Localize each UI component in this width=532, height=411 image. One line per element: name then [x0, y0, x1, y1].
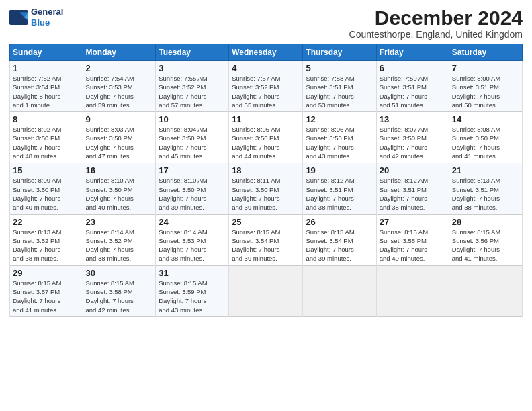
calendar-cell: [376, 265, 449, 316]
calendar-cell: 15Sunrise: 8:09 AM Sunset: 3:50 PM Dayli…: [10, 163, 83, 214]
day-number: 31: [159, 268, 226, 278]
calendar-cell: [229, 265, 303, 316]
calendar-cell: 23Sunrise: 8:14 AM Sunset: 3:52 PM Dayli…: [83, 214, 156, 265]
calendar-cell: 19Sunrise: 8:12 AM Sunset: 3:51 PM Dayli…: [303, 163, 376, 214]
day-number: 14: [452, 114, 519, 124]
day-info: Sunrise: 8:15 AM Sunset: 3:55 PM Dayligh…: [380, 228, 446, 263]
calendar-header-tuesday: Tuesday: [156, 44, 229, 61]
calendar-cell: 21Sunrise: 8:13 AM Sunset: 3:51 PM Dayli…: [449, 163, 522, 214]
day-info: Sunrise: 8:15 AM Sunset: 3:57 PM Dayligh…: [13, 279, 80, 314]
calendar-cell: 9Sunrise: 8:03 AM Sunset: 3:50 PM Daylig…: [83, 112, 156, 163]
calendar-cell: [449, 265, 522, 316]
logo-icon: [9, 10, 28, 25]
day-info: Sunrise: 8:13 AM Sunset: 3:52 PM Dayligh…: [13, 228, 80, 263]
calendar-week-row: 22Sunrise: 8:13 AM Sunset: 3:52 PM Dayli…: [10, 214, 523, 265]
day-number: 19: [306, 165, 373, 175]
day-number: 28: [452, 217, 519, 227]
calendar-cell: 25Sunrise: 8:15 AM Sunset: 3:54 PM Dayli…: [229, 214, 303, 265]
day-info: Sunrise: 8:15 AM Sunset: 3:59 PM Dayligh…: [159, 279, 226, 314]
day-number: 7: [452, 63, 519, 73]
page-container: General Blue December 2024 Countesthorpe…: [0, 0, 532, 321]
calendar-cell: 28Sunrise: 8:15 AM Sunset: 3:56 PM Dayli…: [449, 214, 522, 265]
calendar-week-row: 1Sunrise: 7:52 AM Sunset: 3:54 PM Daylig…: [10, 61, 523, 112]
calendar-cell: 14Sunrise: 8:08 AM Sunset: 3:50 PM Dayli…: [449, 112, 522, 163]
calendar-header-wednesday: Wednesday: [229, 44, 303, 61]
day-number: 24: [159, 217, 226, 227]
day-info: Sunrise: 7:57 AM Sunset: 3:52 PM Dayligh…: [232, 74, 300, 109]
calendar-cell: 6Sunrise: 7:59 AM Sunset: 3:51 PM Daylig…: [376, 61, 449, 112]
calendar-cell: 8Sunrise: 8:02 AM Sunset: 3:50 PM Daylig…: [10, 112, 83, 163]
calendar-table: SundayMondayTuesdayWednesdayThursdayFrid…: [9, 44, 523, 317]
day-number: 20: [380, 165, 446, 175]
logo-text: General Blue: [31, 7, 63, 28]
calendar-header-saturday: Saturday: [449, 44, 522, 61]
calendar-cell: 20Sunrise: 8:12 AM Sunset: 3:51 PM Dayli…: [376, 163, 449, 214]
day-info: Sunrise: 8:14 AM Sunset: 3:53 PM Dayligh…: [159, 228, 226, 263]
calendar-cell: 17Sunrise: 8:10 AM Sunset: 3:50 PM Dayli…: [156, 163, 229, 214]
day-info: Sunrise: 8:07 AM Sunset: 3:50 PM Dayligh…: [380, 125, 446, 161]
calendar-cell: 27Sunrise: 8:15 AM Sunset: 3:55 PM Dayli…: [376, 214, 449, 265]
calendar-cell: 13Sunrise: 8:07 AM Sunset: 3:50 PM Dayli…: [376, 112, 449, 163]
day-number: 26: [306, 217, 373, 227]
calendar-cell: 26Sunrise: 8:15 AM Sunset: 3:54 PM Dayli…: [303, 214, 376, 265]
calendar-cell: 5Sunrise: 7:58 AM Sunset: 3:51 PM Daylig…: [303, 61, 376, 112]
day-info: Sunrise: 8:10 AM Sunset: 3:50 PM Dayligh…: [86, 176, 153, 212]
svg-rect-3: [9, 10, 19, 25]
day-number: 12: [306, 114, 373, 124]
day-info: Sunrise: 7:52 AM Sunset: 3:54 PM Dayligh…: [13, 74, 80, 109]
calendar-cell: 10Sunrise: 8:04 AM Sunset: 3:50 PM Dayli…: [156, 112, 229, 163]
day-info: Sunrise: 8:05 AM Sunset: 3:50 PM Dayligh…: [232, 125, 300, 161]
logo: General Blue: [9, 7, 63, 28]
day-number: 15: [13, 165, 80, 175]
calendar-cell: 11Sunrise: 8:05 AM Sunset: 3:50 PM Dayli…: [229, 112, 303, 163]
day-number: 21: [452, 165, 519, 175]
day-number: 16: [86, 165, 153, 175]
calendar-week-row: 15Sunrise: 8:09 AM Sunset: 3:50 PM Dayli…: [10, 163, 523, 214]
day-info: Sunrise: 8:12 AM Sunset: 3:51 PM Dayligh…: [380, 176, 446, 212]
calendar-cell: 7Sunrise: 8:00 AM Sunset: 3:51 PM Daylig…: [449, 61, 522, 112]
day-number: 6: [380, 63, 446, 73]
day-info: Sunrise: 8:15 AM Sunset: 3:54 PM Dayligh…: [232, 228, 300, 263]
day-number: 11: [232, 114, 300, 124]
day-number: 4: [232, 63, 300, 73]
day-info: Sunrise: 8:11 AM Sunset: 3:50 PM Dayligh…: [232, 176, 300, 212]
calendar-header-thursday: Thursday: [303, 44, 376, 61]
day-number: 30: [86, 268, 153, 278]
day-info: Sunrise: 8:02 AM Sunset: 3:50 PM Dayligh…: [13, 125, 80, 161]
calendar-cell: 18Sunrise: 8:11 AM Sunset: 3:50 PM Dayli…: [229, 163, 303, 214]
day-number: 8: [13, 114, 80, 124]
calendar-cell: 12Sunrise: 8:06 AM Sunset: 3:50 PM Dayli…: [303, 112, 376, 163]
subtitle: Countesthorpe, England, United Kingdom: [349, 29, 523, 40]
calendar-week-row: 8Sunrise: 8:02 AM Sunset: 3:50 PM Daylig…: [10, 112, 523, 163]
calendar-header-monday: Monday: [83, 44, 156, 61]
day-number: 18: [232, 165, 300, 175]
day-info: Sunrise: 8:14 AM Sunset: 3:52 PM Dayligh…: [86, 228, 153, 263]
day-number: 3: [159, 63, 226, 73]
calendar-header-friday: Friday: [376, 44, 449, 61]
day-info: Sunrise: 7:54 AM Sunset: 3:53 PM Dayligh…: [86, 74, 153, 109]
calendar-week-row: 29Sunrise: 8:15 AM Sunset: 3:57 PM Dayli…: [10, 265, 523, 316]
day-number: 22: [13, 217, 80, 227]
day-number: 1: [13, 63, 80, 73]
day-info: Sunrise: 8:06 AM Sunset: 3:50 PM Dayligh…: [306, 125, 373, 161]
day-info: Sunrise: 8:00 AM Sunset: 3:51 PM Dayligh…: [452, 74, 519, 109]
calendar-cell: 1Sunrise: 7:52 AM Sunset: 3:54 PM Daylig…: [10, 61, 83, 112]
day-number: 2: [86, 63, 153, 73]
day-number: 10: [159, 114, 226, 124]
day-info: Sunrise: 8:13 AM Sunset: 3:51 PM Dayligh…: [452, 176, 519, 212]
calendar-cell: 30Sunrise: 8:15 AM Sunset: 3:58 PM Dayli…: [83, 265, 156, 316]
calendar-cell: [303, 265, 376, 316]
header-row: General Blue December 2024 Countesthorpe…: [9, 7, 523, 40]
day-info: Sunrise: 8:15 AM Sunset: 3:56 PM Dayligh…: [452, 228, 519, 263]
day-info: Sunrise: 7:59 AM Sunset: 3:51 PM Dayligh…: [380, 74, 446, 109]
day-info: Sunrise: 7:55 AM Sunset: 3:52 PM Dayligh…: [159, 74, 226, 109]
day-number: 23: [86, 217, 153, 227]
main-title: December 2024: [349, 7, 523, 29]
day-number: 13: [380, 114, 446, 124]
calendar-cell: 4Sunrise: 7:57 AM Sunset: 3:52 PM Daylig…: [229, 61, 303, 112]
day-info: Sunrise: 8:08 AM Sunset: 3:50 PM Dayligh…: [452, 125, 519, 161]
day-number: 9: [86, 114, 153, 124]
calendar-cell: 31Sunrise: 8:15 AM Sunset: 3:59 PM Dayli…: [156, 265, 229, 316]
calendar-cell: 2Sunrise: 7:54 AM Sunset: 3:53 PM Daylig…: [83, 61, 156, 112]
logo-line1: General: [31, 7, 63, 17]
